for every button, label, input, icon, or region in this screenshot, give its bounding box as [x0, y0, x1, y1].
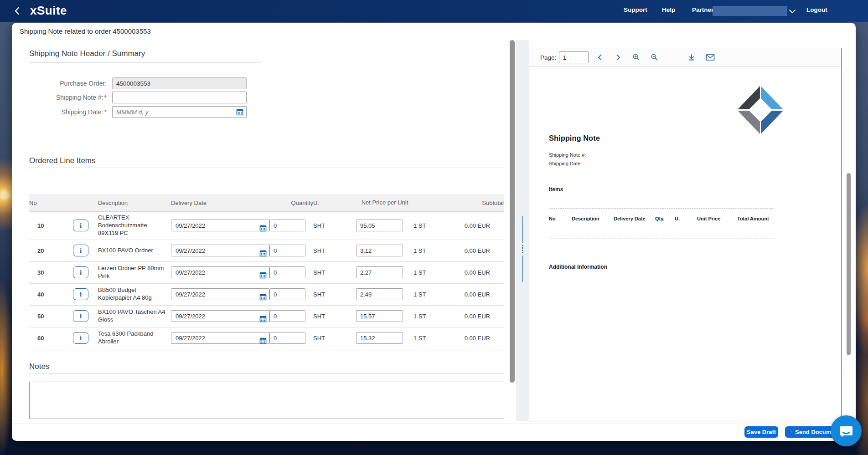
calendar-icon[interactable]	[259, 250, 267, 258]
row-no: 60	[29, 335, 73, 342]
save-draft-button[interactable]: Save Draft	[744, 426, 778, 438]
shipping-date-label: Shipping Date:*	[62, 108, 107, 116]
shipping-date-field[interactable]	[112, 106, 247, 118]
row-description: BB500 Budget Kopierpapier A4 80g	[98, 286, 171, 302]
document-shipping-note-label: Shipping Note #:	[549, 152, 586, 158]
row-description: CLEARTEX Bodenschutzmatte 89X119 PC	[98, 214, 171, 237]
line-items-rule	[29, 168, 504, 168]
row-per: 1 ST	[413, 247, 442, 254]
row-subtotal: 0.00 EUR	[442, 313, 504, 320]
doc-col-unit-price: Unit Price	[697, 216, 737, 221]
calendar-icon[interactable]	[259, 225, 267, 233]
company-logo	[737, 85, 784, 137]
previous-page-icon[interactable]	[596, 53, 604, 63]
row-no: 20	[29, 247, 73, 254]
document-columns-row: No Description Delivery Date Qty. U. Uni…	[549, 216, 777, 221]
net-price-input[interactable]	[356, 332, 403, 344]
delivery-date-input[interactable]	[171, 220, 269, 231]
doc-col-qty: Qty.	[655, 216, 675, 221]
info-button[interactable]: i	[73, 266, 88, 278]
title-divider	[12, 39, 856, 39]
doc-col-delivery-date: Delivery Date	[614, 216, 655, 221]
calendar-icon[interactable]	[236, 108, 243, 118]
col-unit: U.	[313, 198, 356, 208]
calendar-icon[interactable]	[259, 315, 267, 324]
info-button[interactable]: i	[73, 288, 88, 300]
chevron-down-icon[interactable]	[789, 8, 796, 16]
row-no: 10	[29, 222, 73, 229]
col-net-price: Net Price per Unit	[356, 197, 413, 208]
delivery-date-input[interactable]	[171, 332, 269, 344]
page-label: Page:	[540, 54, 556, 61]
row-subtotal: 0.00 EUR	[442, 291, 504, 298]
col-no: No	[29, 198, 73, 208]
row-subtotal: 0.00 EUR	[442, 247, 504, 254]
pdf-document: Shipping Note Shipping Note #: Shipping …	[529, 66, 841, 421]
info-button[interactable]: i	[73, 310, 88, 322]
download-icon[interactable]	[687, 53, 696, 63]
delivery-date-input[interactable]	[171, 245, 269, 256]
row-no: 50	[29, 313, 73, 320]
splitter-grip[interactable]	[516, 216, 529, 289]
chat-widget-button[interactable]	[831, 415, 862, 446]
quantity-input[interactable]	[269, 310, 305, 322]
row-unit: SHT	[313, 335, 356, 342]
net-price-input[interactable]	[356, 288, 403, 300]
quantity-input[interactable]	[269, 288, 305, 300]
quantity-input[interactable]	[269, 220, 305, 231]
row-description: BX100 PAVO Ordner	[98, 247, 171, 255]
back-icon[interactable]	[12, 5, 23, 16]
row-per: 1 ST	[413, 335, 442, 342]
line-items-heading: Ordered Line Items	[29, 156, 96, 165]
delivery-date-input[interactable]	[171, 288, 269, 300]
info-button[interactable]: i	[73, 220, 88, 231]
row-description: BX100 PAVO Taschen A4 Gloss	[98, 308, 171, 324]
row-unit: SHT	[313, 222, 356, 229]
help-link[interactable]: Help	[662, 6, 675, 13]
quantity-input[interactable]	[269, 332, 305, 344]
row-unit: SHT	[313, 313, 356, 320]
email-icon[interactable]	[706, 53, 715, 63]
zoom-out-icon[interactable]	[651, 53, 659, 63]
required-asterisk: *	[104, 94, 107, 101]
row-unit: SHT	[313, 269, 356, 276]
partner-label: Partner	[692, 6, 713, 13]
net-price-input[interactable]	[356, 310, 403, 322]
notes-textarea[interactable]	[29, 382, 504, 419]
calendar-icon[interactable]	[259, 337, 267, 346]
dashed-divider	[549, 239, 773, 239]
info-button[interactable]: i	[73, 245, 88, 256]
top-bar: xSuite Support Help Partner Logout	[0, 0, 868, 22]
support-link[interactable]: Support	[624, 6, 647, 13]
logout-link[interactable]: Logout	[806, 6, 827, 13]
delivery-date-input[interactable]	[171, 266, 269, 278]
partner-select[interactable]	[713, 6, 787, 16]
quantity-input[interactable]	[269, 245, 305, 256]
net-price-input[interactable]	[356, 266, 403, 278]
document-additional-heading: Additional Information	[549, 264, 607, 270]
document-title: Shipping Note	[549, 134, 600, 143]
row-per: 1 ST	[413, 313, 442, 320]
page-title: Shipping Note related to order 450000355…	[20, 27, 151, 35]
next-page-icon[interactable]	[614, 53, 622, 63]
left-pane-scrollbar[interactable]	[510, 40, 515, 383]
zoom-in-icon[interactable]	[632, 53, 641, 63]
document-items-heading: Items	[549, 186, 563, 193]
page-number-input[interactable]	[559, 51, 589, 63]
info-button[interactable]: i	[73, 332, 88, 344]
net-price-input[interactable]	[356, 245, 403, 256]
quantity-input[interactable]	[269, 266, 305, 278]
header-summary-heading: Shipping Note Header / Summary	[29, 49, 145, 58]
calendar-icon[interactable]	[259, 271, 267, 280]
row-subtotal: 0.00 EUR	[442, 269, 504, 276]
row-per: 1 ST	[413, 269, 442, 276]
row-description: Tesa 6300 Packband Abroller	[98, 330, 171, 346]
header-summary-rule	[29, 62, 261, 63]
calendar-icon[interactable]	[259, 293, 267, 302]
xsuite-logo: xSuite	[30, 4, 67, 18]
shipping-note-field[interactable]	[112, 92, 247, 103]
col-quantity: Quantity	[269, 198, 313, 208]
net-price-input[interactable]	[356, 220, 403, 231]
delivery-date-input[interactable]	[171, 310, 269, 322]
preview-scrollbar[interactable]	[847, 173, 851, 355]
